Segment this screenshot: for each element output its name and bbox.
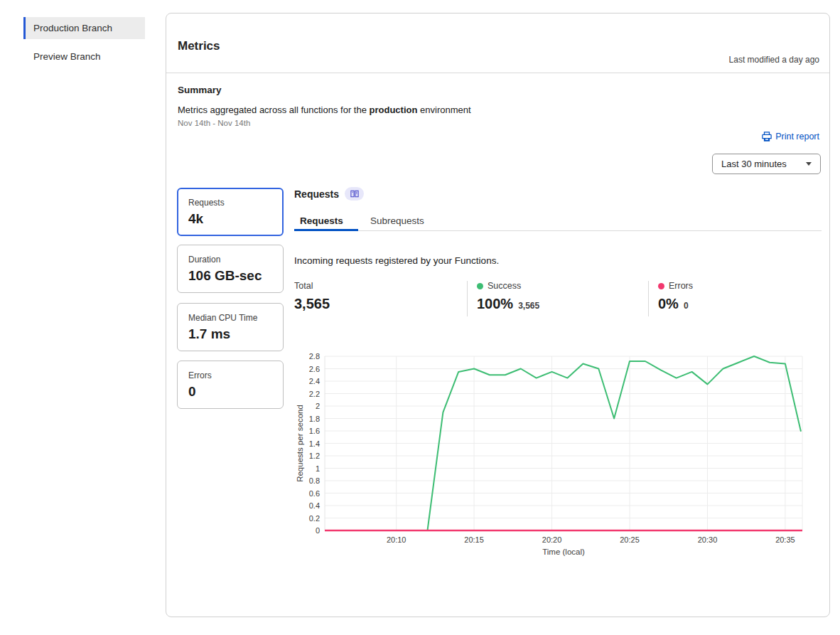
svg-text:20:20: 20:20	[542, 535, 562, 544]
svg-text:0.2: 0.2	[309, 514, 320, 523]
svg-text:Time (local): Time (local)	[542, 548, 585, 556]
success-dot-icon	[477, 283, 483, 289]
svg-text:2.4: 2.4	[309, 377, 320, 385]
svg-text:20:10: 20:10	[387, 535, 406, 544]
svg-text:2: 2	[316, 402, 320, 410]
metric-card-label: Errors	[188, 370, 272, 380]
svg-text:Requests per second: Requests per second	[296, 405, 304, 482]
time-range-value: Last 30 minutes	[721, 159, 787, 169]
sidebar-item-label: Production Branch	[33, 23, 112, 33]
stat-label: Total	[294, 281, 313, 291]
date-range: Nov 14th - Nov 14th	[178, 119, 250, 127]
sidebar-item-label: Preview Branch	[33, 51, 101, 62]
chevron-down-icon	[806, 162, 812, 166]
print-report-link[interactable]: Print report	[762, 132, 819, 142]
svg-text:2.2: 2.2	[309, 390, 320, 398]
stat-value: 3,565	[294, 296, 330, 312]
stat-success: Success 100% 3,565	[477, 281, 539, 312]
last-modified-text: Last modified a day ago	[729, 55, 819, 65]
tab-subrequests[interactable]: Subrequests	[370, 215, 424, 226]
svg-text:1.4: 1.4	[309, 439, 320, 448]
stat-sub-value: 3,565	[518, 301, 539, 311]
tabs-divider	[294, 230, 822, 231]
stat-errors: Errors 0% 0	[658, 281, 693, 312]
metric-card-label: Duration	[188, 255, 272, 265]
svg-text:1.8: 1.8	[309, 415, 320, 423]
metric-card-median-cpu-time[interactable]: Median CPU Time 1.7 ms	[177, 303, 284, 351]
stat-value: 100%	[477, 296, 513, 312]
stat-value: 0%	[658, 296, 679, 312]
metric-card-value: 1.7 ms	[188, 326, 272, 342]
svg-text:20:25: 20:25	[620, 535, 640, 544]
stat-label: Errors	[669, 281, 693, 291]
svg-text:1: 1	[316, 464, 320, 473]
active-tab-indicator	[294, 229, 358, 231]
print-report-label: Print report	[775, 132, 819, 142]
svg-text:20:15: 20:15	[464, 535, 484, 544]
metric-card-value: 0	[188, 384, 272, 400]
docs-button[interactable]	[345, 187, 364, 201]
metric-card-requests[interactable]: Requests 4k	[177, 188, 284, 236]
metric-card-duration[interactable]: Duration 106 GB-sec	[177, 245, 284, 293]
stat-divider	[467, 281, 468, 316]
book-icon	[350, 190, 359, 198]
metric-card-errors[interactable]: Errors 0	[177, 361, 284, 409]
svg-text:20:35: 20:35	[775, 535, 795, 544]
metric-card-value: 106 GB-sec	[188, 268, 272, 284]
metric-card-value: 4k	[188, 211, 272, 227]
summary-description: Metrics aggregated across all functions …	[178, 105, 471, 115]
svg-text:0.4: 0.4	[309, 501, 320, 510]
stat-total: Total 3,565	[294, 281, 330, 312]
requests-description: Incoming requests registered by your Fun…	[294, 255, 499, 266]
svg-text:2.8: 2.8	[309, 352, 320, 361]
tab-requests[interactable]: Requests	[300, 215, 343, 226]
metric-card-label: Requests	[188, 198, 272, 208]
header-divider	[166, 73, 829, 73]
metrics-panel: Metrics Last modified a day ago Summary …	[166, 13, 830, 617]
errors-dot-icon	[658, 283, 664, 289]
line-chart-canvas: 00.20.40.60.811.21.41.61.822.22.42.62.82…	[294, 348, 817, 561]
svg-text:0: 0	[316, 526, 320, 535]
stat-divider	[648, 281, 649, 316]
stat-label: Success	[488, 281, 521, 291]
svg-text:20:30: 20:30	[698, 535, 718, 544]
stat-sub-value: 0	[684, 301, 689, 311]
page-title: Metrics	[178, 39, 220, 53]
sidebar-item-preview-branch[interactable]: Preview Branch	[23, 46, 145, 68]
sidebar-item-production-branch[interactable]: Production Branch	[23, 17, 145, 39]
svg-text:0.6: 0.6	[309, 489, 320, 498]
time-range-select[interactable]: Last 30 minutes	[712, 154, 821, 174]
metric-card-label: Median CPU Time	[188, 313, 272, 323]
requests-per-second-chart: 00.20.40.60.811.21.41.61.822.22.42.62.82…	[294, 348, 817, 561]
svg-text:1.6: 1.6	[309, 427, 320, 435]
printer-icon	[762, 132, 772, 142]
summary-title: Summary	[178, 85, 222, 95]
requests-section-title: Requests	[294, 187, 364, 201]
svg-text:0.8: 0.8	[309, 476, 320, 485]
svg-text:1.2: 1.2	[309, 452, 320, 460]
svg-text:2.6: 2.6	[309, 365, 320, 373]
environment-name: production	[370, 105, 418, 115]
